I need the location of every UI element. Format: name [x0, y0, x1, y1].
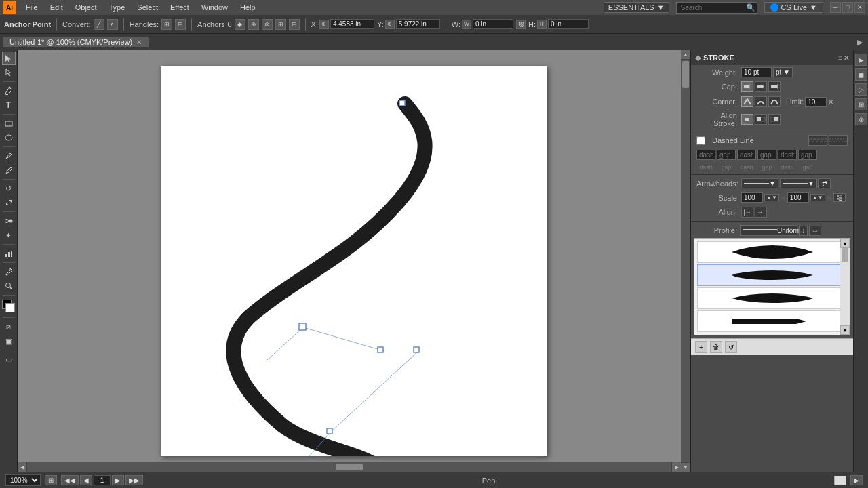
toggle-icon3[interactable]: ▷: [855, 83, 867, 96]
toggle-icon1[interactable]: ▶: [855, 54, 867, 66]
horizontal-scrollbar[interactable]: ◀ ▶: [18, 462, 681, 472]
scroll-up-button[interactable]: ▲: [681, 50, 690, 60]
menu-type[interactable]: Type: [104, 2, 131, 13]
cap-square-button[interactable]: [768, 81, 781, 92]
limit-input[interactable]: [805, 97, 827, 107]
anchor-icon2[interactable]: ⊕: [248, 19, 259, 30]
paintbrush-tool[interactable]: [2, 149, 16, 163]
type-tool[interactable]: T: [2, 98, 16, 112]
gap2-input[interactable]: [757, 150, 776, 160]
weight-input[interactable]: [741, 67, 772, 77]
picker-add-button[interactable]: +: [695, 341, 707, 353]
scroll-left-button[interactable]: ◀: [18, 462, 27, 472]
dash-pattern1-button[interactable]: [808, 135, 827, 146]
scroll-right-button[interactable]: ▶: [671, 462, 681, 472]
scale2-up-button[interactable]: ▲▼: [810, 194, 825, 201]
tab-scroll-right-icon[interactable]: ▶: [854, 38, 865, 47]
convert-corner-icon[interactable]: ∧: [107, 19, 118, 30]
corner-bevel-button[interactable]: [768, 96, 781, 107]
dashed-checkbox[interactable]: [696, 136, 705, 145]
cap-round-button[interactable]: [755, 81, 767, 92]
align-start-button[interactable]: |→: [741, 207, 753, 218]
handle-icon1[interactable]: ⊞: [161, 19, 172, 30]
minimize-button[interactable]: ─: [830, 2, 841, 13]
x-input[interactable]: [330, 19, 374, 29]
menu-select[interactable]: Select: [132, 2, 163, 13]
anchor-icon5[interactable]: ⊟: [289, 19, 300, 30]
picker-scroll-thumb[interactable]: [842, 248, 848, 262]
weight-dropdown[interactable]: pt ▼: [773, 67, 793, 77]
scroll-thumb[interactable]: [682, 61, 689, 88]
dash2-input[interactable]: [737, 150, 756, 160]
profile-dropdown[interactable]: Uniform ▼: [740, 225, 797, 236]
page-input[interactable]: [94, 475, 111, 485]
rectangle-tool[interactable]: [2, 117, 16, 130]
eyedropper-tool[interactable]: [2, 265, 16, 279]
gradient-icon[interactable]: ▣: [2, 334, 16, 348]
graph-tool[interactable]: [2, 247, 16, 260]
handle-icon2[interactable]: ⊟: [175, 19, 186, 30]
chain-icon[interactable]: ⛓: [516, 20, 526, 29]
arrow-swap-button[interactable]: ⇄: [818, 178, 831, 188]
screen-mode[interactable]: ▭: [2, 352, 16, 366]
selection-tool[interactable]: [2, 52, 16, 65]
rotate-tool[interactable]: ↺: [2, 182, 16, 195]
picker-scroll-up-button[interactable]: ▲: [840, 239, 850, 248]
toggle-icon2[interactable]: ◼: [855, 68, 867, 81]
status-arrow-button[interactable]: ▶: [850, 475, 863, 485]
cslive-button[interactable]: CS Live ▼: [764, 2, 823, 13]
color-swatches[interactable]: [1, 299, 16, 314]
symbol-sprayer-tool[interactable]: ✦: [2, 228, 16, 242]
zoom-tool[interactable]: [2, 279, 16, 293]
dash3-input[interactable]: [778, 150, 797, 160]
picker-reset-button[interactable]: ↺: [725, 341, 737, 353]
blend-tool[interactable]: [2, 214, 16, 228]
menu-help[interactable]: Help: [235, 2, 261, 13]
scale1-up-button[interactable]: ▲▼: [764, 194, 779, 201]
next-page-button[interactable]: ▶▶: [125, 475, 143, 485]
menu-file[interactable]: File: [20, 2, 43, 13]
cap-butt-button[interactable]: [741, 81, 753, 92]
search-input[interactable]: [676, 2, 757, 14]
toggle-icon5[interactable]: ⊗: [855, 113, 867, 125]
ellipse-tool[interactable]: [2, 131, 16, 144]
menu-window[interactable]: Window: [196, 2, 233, 13]
gap3-input[interactable]: [798, 150, 817, 160]
scale-link-button[interactable]: ⛓: [833, 193, 846, 202]
menu-effect[interactable]: Effect: [165, 2, 195, 13]
scale-tool[interactable]: [2, 196, 16, 209]
profile-item-4[interactable]: [697, 310, 847, 332]
align-end-button[interactable]: →|: [755, 207, 767, 218]
next-button[interactable]: ▶: [112, 475, 124, 485]
convert-smooth-icon[interactable]: ╱: [94, 19, 104, 30]
panel-menu-icon[interactable]: ≡: [838, 54, 842, 62]
fit-button[interactable]: ⊞: [45, 475, 57, 485]
profile-item-2[interactable]: [697, 264, 847, 286]
corner-miter-button[interactable]: [741, 96, 753, 107]
artboard-toggle-button[interactable]: [834, 476, 846, 485]
panel-close-icon[interactable]: ✕: [844, 54, 849, 62]
limit-clear-button[interactable]: ✕: [828, 98, 833, 106]
panel-collapse-icon[interactable]: ◆: [695, 54, 701, 62]
profile-flip-h-button[interactable]: ↔: [809, 226, 821, 236]
pencil-tool[interactable]: [2, 163, 16, 177]
corner-round-button[interactable]: [755, 96, 767, 107]
vertical-scrollbar[interactable]: ▲ ▼: [681, 50, 690, 472]
fill-none-icon[interactable]: ⧄: [2, 320, 16, 333]
dash1-input[interactable]: [696, 150, 715, 160]
align-outside-button[interactable]: [768, 114, 781, 125]
dash-pattern2-button[interactable]: [829, 135, 848, 146]
profile-item-3[interactable]: [697, 287, 847, 309]
anchor-icon1[interactable]: ◆: [235, 19, 245, 30]
document-tab[interactable]: Untitled-1* @ 100% (CMYK/Preview) ✕: [3, 37, 149, 47]
arrow-end-dropdown[interactable]: ▼: [780, 178, 817, 188]
anchor-icon4[interactable]: ⊞: [275, 19, 286, 30]
close-button[interactable]: ✕: [854, 2, 865, 13]
align-center-button[interactable]: [741, 114, 753, 125]
h-input[interactable]: [548, 19, 589, 29]
picker-scroll-down-button[interactable]: ▼: [840, 325, 850, 335]
restore-button[interactable]: □: [842, 2, 853, 13]
arrow-start-dropdown[interactable]: ▼: [741, 178, 778, 188]
scale1-input[interactable]: [741, 192, 763, 203]
align-inside-button[interactable]: [755, 114, 767, 125]
